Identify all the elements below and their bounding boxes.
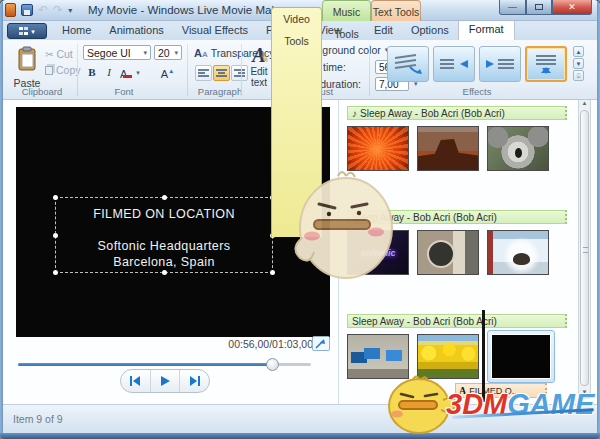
storyboard-thumb-softonic-logo[interactable]: softonic <box>347 230 409 275</box>
handle-top-center[interactable] <box>162 195 167 200</box>
handle-mid-left[interactable] <box>53 233 58 238</box>
edit-text-button[interactable]: A ✎ Edit text <box>245 44 273 96</box>
previous-frame-button[interactable] <box>121 370 151 392</box>
align-left-icon <box>198 69 209 78</box>
font-size-combo[interactable]: 20▾ <box>154 45 182 60</box>
play-button[interactable] <box>151 370 181 392</box>
scrollbar-down-icon[interactable]: ▼ <box>579 387 590 398</box>
effect-rise-up-button[interactable] <box>525 46 567 82</box>
storyboard-thumb-red-flower[interactable] <box>347 126 409 171</box>
music-track-header[interactable]: ♪Sleep Away - Bob Acri (Bob Acri) <box>347 106 567 120</box>
window-controls: — ✕ <box>499 0 592 15</box>
music-track-label: Sleep Away - Bob Acri (Bob Acri) <box>352 212 497 223</box>
handle-bottom-center[interactable] <box>162 270 167 275</box>
font-color-dropdown-icon[interactable]: ▾ <box>133 64 143 80</box>
application-menu-button[interactable]: ▾ <box>7 23 47 39</box>
storyboard-thumb-row: softonic <box>347 230 573 275</box>
storyboard-scrollbar[interactable]: ▲ ▼ <box>578 97 591 399</box>
fullscreen-button[interactable] <box>312 336 330 351</box>
grow-font-button[interactable]: A▲ <box>160 67 175 81</box>
effects-gallery-scroll: ▲ ▼ ⍗ <box>573 46 584 81</box>
fullscreen-icon <box>313 338 329 351</box>
maximize-button[interactable] <box>526 0 552 15</box>
app-icon[interactable] <box>5 3 16 17</box>
italic-button[interactable]: I <box>101 64 117 80</box>
tab-edit[interactable]: Edit <box>365 21 402 40</box>
tab-home[interactable]: Home <box>53 21 100 40</box>
storyboard-thumb-desert-rock[interactable] <box>417 126 479 171</box>
scrollbar-thumb[interactable] <box>580 110 589 386</box>
contextual-tab-music-tools[interactable]: Music Tools <box>322 0 371 21</box>
font-color-button[interactable]: A <box>119 67 128 81</box>
effects-scroll-up-button[interactable]: ▲ <box>573 46 584 57</box>
storyboard-thumb-row <box>347 334 573 383</box>
effects-more-button[interactable]: ⍗ <box>573 70 584 81</box>
storyboard-row-1: ♪Sleep Away - Bob Acri (Bob Acri) <box>343 106 573 210</box>
storyboard-thumb-office-monitors[interactable] <box>347 334 409 379</box>
previous-frame-icon <box>128 375 142 387</box>
tab-animations[interactable]: Animations <box>100 21 172 40</box>
title-caption-icon: A <box>459 385 466 396</box>
movie-maker-window: ↶ ↷ ▾ My Movie - Windows Live Movie Make… <box>0 0 600 439</box>
effect-slide-in-right-icon <box>484 52 516 76</box>
redo-icon[interactable]: ↷ <box>53 4 63 16</box>
clipboard-group-label: Clipboard <box>9 86 75 97</box>
handle-top-left[interactable] <box>53 195 58 200</box>
next-frame-button[interactable] <box>180 370 209 392</box>
play-icon <box>159 375 171 387</box>
font-family-combo[interactable]: Segoe UI▾ <box>83 45 151 60</box>
minimize-button[interactable]: — <box>499 0 526 15</box>
title-text-selection-box[interactable]: FILMED ON LOCATION Softonic Headquarters… <box>55 197 273 273</box>
paste-button[interactable]: Paste <box>11 44 43 88</box>
contextual-tab-video-tools[interactable]: Video Tools <box>271 7 322 237</box>
seek-thumb[interactable] <box>266 358 279 371</box>
undo-icon[interactable]: ↶ <box>38 4 48 16</box>
copy-button[interactable]: Copy <box>45 64 81 76</box>
tab-format[interactable]: Format <box>458 19 515 40</box>
close-button[interactable]: ✕ <box>552 0 592 15</box>
copy-icon <box>45 66 53 75</box>
tab-options[interactable]: Options <box>402 21 458 40</box>
bold-button[interactable]: B <box>84 64 100 80</box>
qat-dropdown-icon[interactable]: ▾ <box>68 6 72 15</box>
cut-icon: ✂ <box>45 49 53 60</box>
playback-time: 00:56,00/01:03,00 <box>163 338 313 350</box>
transparency-icon: AA <box>194 47 208 59</box>
music-track-header[interactable]: Sleep Away - Bob Acri (Bob Acri) <box>347 314 567 328</box>
preview-title-line3: Barcelona, Spain <box>56 255 272 269</box>
music-track-header[interactable]: Sleep Away - Bob Acri (Bob Acri) <box>347 210 567 224</box>
save-icon[interactable] <box>21 4 33 16</box>
storyboard-thumb-window-pet[interactable] <box>487 230 549 275</box>
music-track-label: Sleep Away - Bob Acri (Bob Acri) <box>352 316 497 327</box>
maximize-icon <box>535 4 543 10</box>
effects-group-label: Effects <box>387 86 567 97</box>
app-menu-icon <box>19 27 28 35</box>
handle-bottom-left[interactable] <box>53 270 58 275</box>
preview-title-line2: Softonic Headquarters <box>56 239 272 253</box>
align-left-button[interactable] <box>195 65 212 81</box>
playhead[interactable] <box>482 310 485 402</box>
next-frame-icon <box>188 375 202 387</box>
storyboard-row-3: Sleep Away - Bob Acri (Bob Acri) <box>343 314 573 418</box>
window-frame-left <box>0 0 3 439</box>
tab-visual-effects[interactable]: Visual Effects <box>173 21 257 40</box>
softonic-logo-text: softonic <box>361 248 396 258</box>
selected-title-caption[interactable]: A FILMED O... <box>455 383 547 398</box>
handle-bottom-right[interactable] <box>270 270 275 275</box>
effect-slide-in-right-button[interactable] <box>479 46 521 82</box>
contextual-tab-text-tools[interactable]: Text Tools <box>371 0 421 21</box>
cut-button[interactable]: ✂ Cut <box>45 48 73 60</box>
storyboard-thumb-yellow-tulips[interactable] <box>417 334 479 379</box>
effects-scroll-down-button[interactable]: ▼ <box>573 58 584 69</box>
music-note-icon: ♪ <box>352 108 357 119</box>
font-family-dropdown-icon: ▾ <box>143 49 147 57</box>
storyboard-thumb-title-slide[interactable] <box>491 334 551 379</box>
selected-thumb-chrome[interactable] <box>487 330 555 383</box>
align-center-button[interactable] <box>213 65 230 81</box>
storyboard-thumb-koala[interactable] <box>487 126 549 171</box>
storyboard-panel: ♪Sleep Away - Bob Acri (Bob Acri)Sleep A… <box>343 100 573 402</box>
effect-slide-out-left-button[interactable] <box>433 46 475 82</box>
effect-scatter-button[interactable] <box>387 46 429 82</box>
scrollbar-grip <box>583 247 588 253</box>
storyboard-thumb-barcelona-sign[interactable] <box>417 230 479 275</box>
